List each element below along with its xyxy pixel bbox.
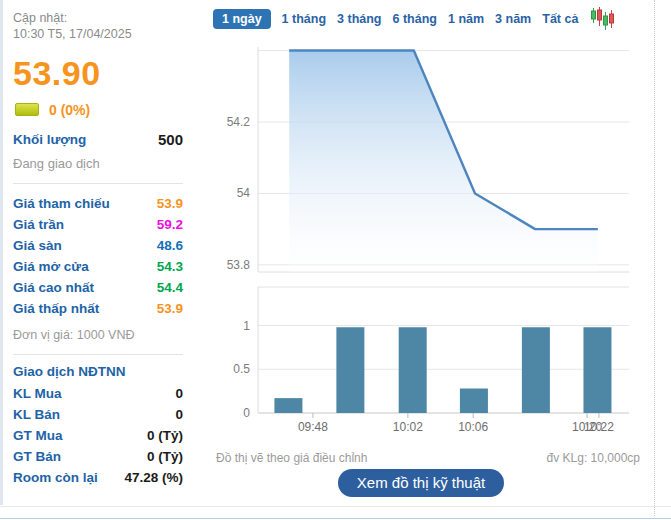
- foreign-table-row: GT Mua0 (Tỷ): [13, 425, 183, 446]
- volume-row: Khối lượng 500: [13, 128, 183, 152]
- price-table: Giá tham chiếu53.9Giá trần59.2Giá sàn48.…: [13, 193, 183, 319]
- bottom-accent-line: [0, 518, 671, 519]
- tab-tất-cả[interactable]: Tất cả: [542, 9, 578, 29]
- foreign-table-label: GT Bán: [13, 449, 61, 464]
- svg-text:10:22: 10:22: [584, 420, 614, 434]
- foreign-table: KL Mua0KL Bán0GT Mua0 (Tỷ)GT Bán0 (Tỷ)Ro…: [13, 383, 183, 488]
- tab-6-tháng[interactable]: 6 tháng: [393, 9, 437, 29]
- price-chart: 54.25453.8: [213, 45, 629, 279]
- tab-1-tháng[interactable]: 1 tháng: [282, 9, 326, 29]
- range-tabs: 1 ngày1 tháng3 tháng6 tháng1 năm3 nămTất…: [213, 7, 615, 30]
- foreign-table-value: 0: [175, 386, 183, 401]
- adjusted-price-note: Đồ thị vẽ theo giá điều chỉnh: [216, 451, 367, 465]
- reference-square-icon: [15, 103, 39, 116]
- last-updated-label: Cập nhật:: [13, 10, 183, 26]
- price-unit-note: Đơn vị giá: 1000 VNĐ: [13, 328, 183, 342]
- foreign-table-value: 0 (Tỷ): [147, 428, 183, 443]
- foreign-table-value: 47.28 (%): [124, 470, 183, 485]
- price-table-row: Giá trần59.2: [13, 214, 183, 235]
- price-table-row: Giá thấp nhất53.9: [13, 298, 183, 319]
- price-table-label: Giá trần: [13, 217, 64, 232]
- svg-text:1: 1: [243, 319, 250, 333]
- foreign-table-row: KL Bán0: [13, 404, 183, 425]
- price-table-row: Giá sàn48.6: [13, 235, 183, 256]
- price-table-value: 53.9: [157, 196, 183, 211]
- session-status: Đang giao dịch: [13, 156, 183, 171]
- volume-chart: 10.5009:4810:0210:0610:2010:22: [213, 284, 629, 440]
- foreign-section-title: Giao dịch NĐTNN: [13, 364, 183, 379]
- svg-text:0: 0: [243, 406, 250, 420]
- svg-text:09:48: 09:48: [298, 420, 328, 434]
- foreign-table-label: Room còn lại: [13, 470, 98, 485]
- last-updated: Cập nhật: 10:30 T5, 17/04/2025: [13, 10, 183, 43]
- price-table-row: Giá cao nhất54.4: [13, 277, 183, 298]
- price-change-row: 0 (0%): [15, 102, 183, 118]
- price-change: 0 (0%): [49, 102, 90, 118]
- price-table-value: 48.6: [157, 238, 183, 253]
- foreign-table-label: KL Bán: [13, 407, 60, 422]
- price-table-row: Giá mở cửa54.3: [13, 256, 183, 277]
- foreign-table-row: KL Mua0: [13, 383, 183, 404]
- price-table-label: Giá mở cửa: [13, 259, 89, 274]
- price-table-label: Giá cao nhất: [13, 280, 94, 295]
- foreign-table-value: 0 (Tỷ): [147, 449, 183, 464]
- price-table-value: 53.9: [157, 301, 183, 316]
- volume-unit-note: đv KLg: 10,000cp: [547, 451, 640, 465]
- svg-text:54: 54: [237, 186, 251, 200]
- divider: [13, 183, 183, 184]
- price-table-label: Giá sàn: [13, 238, 62, 253]
- volume-label: Khối lượng: [13, 132, 86, 147]
- price-table-label: Giá thấp nhất: [13, 301, 99, 316]
- stock-quote-widget: Cập nhật: 10:30 T5, 17/04/2025 53.90 0 (…: [0, 0, 671, 520]
- foreign-table-label: KL Mua: [13, 386, 62, 401]
- chart-footnotes: Đồ thị vẽ theo giá điều chỉnh đv KLg: 10…: [216, 451, 640, 465]
- foreign-table-row: Room còn lại47.28 (%): [13, 467, 183, 488]
- svg-text:10:06: 10:06: [458, 420, 488, 434]
- divider: [13, 354, 183, 355]
- column-separator: [654, 0, 655, 516]
- candlestick-chart-icon[interactable]: [591, 7, 615, 30]
- svg-text:53.8: 53.8: [227, 258, 251, 272]
- svg-text:0.5: 0.5: [233, 362, 250, 376]
- price-table-value: 54.3: [157, 259, 183, 274]
- tab-1-năm[interactable]: 1 năm: [448, 9, 484, 29]
- tab-3-tháng[interactable]: 3 tháng: [337, 9, 381, 29]
- volume-value: 500: [158, 131, 183, 148]
- current-price: 53.90: [13, 56, 183, 90]
- price-table-label: Giá tham chiếu: [13, 196, 110, 211]
- last-updated-time: 10:30 T5, 17/04/2025: [13, 26, 183, 42]
- svg-text:10:02: 10:02: [393, 420, 423, 434]
- tab-1-ngày[interactable]: 1 ngày: [213, 9, 271, 29]
- price-table-row: Giá tham chiếu53.9: [13, 193, 183, 214]
- foreign-table-row: GT Bán0 (Tỷ): [13, 446, 183, 467]
- tab-3-năm[interactable]: 3 năm: [495, 9, 531, 29]
- svg-text:54.2: 54.2: [227, 115, 251, 129]
- price-table-value: 59.2: [157, 217, 183, 232]
- foreign-table-value: 0: [175, 407, 183, 422]
- technical-chart-button[interactable]: Xem đồ thị kỹ thuật: [338, 469, 504, 497]
- stock-summary-panel: Cập nhật: 10:30 T5, 17/04/2025 53.90 0 (…: [3, 0, 205, 505]
- price-table-value: 54.4: [157, 280, 183, 295]
- foreign-table-label: GT Mua: [13, 428, 63, 443]
- bottom-divider: [0, 506, 671, 507]
